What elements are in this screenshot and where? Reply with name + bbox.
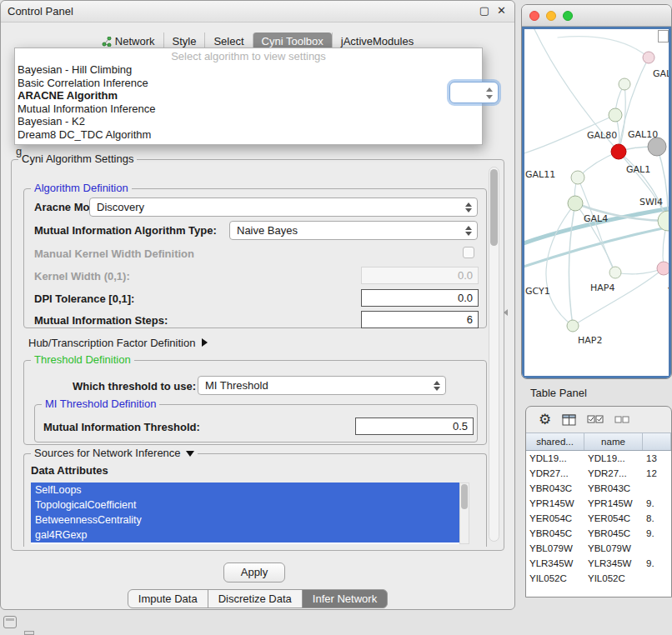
mi-algorithm-type-select[interactable]: Naive Bayes <box>229 221 478 240</box>
algorithm-option-aracne-algorithm[interactable]: ARACNE Algorithm <box>15 89 482 102</box>
table-panel-title: Table Panel <box>530 387 587 399</box>
collapse-down-arrow-icon[interactable] <box>186 451 194 457</box>
table-cell <box>643 541 671 556</box>
table-row[interactable]: YLR345WYLR345W9. <box>526 556 671 571</box>
algorithm-definition-title: Algorithm Definition <box>34 182 128 194</box>
table-cell <box>643 481 671 496</box>
desktop: Control Panel ▢ ✕ NetworkStyleSelectCyni… <box>0 0 672 635</box>
algorithm-option-basic-correlation-inference[interactable]: Basic Correlation Inference <box>15 77 482 90</box>
table-row[interactable]: YBL079WYBL079W <box>526 541 671 556</box>
network-node-pale-left[interactable] <box>571 171 584 184</box>
table-row[interactable]: YDR27...YDR27...12 <box>526 466 671 481</box>
close-traffic-light-icon[interactable] <box>529 11 539 21</box>
node-label-gal80: GAL80 <box>587 130 617 141</box>
control-panel-titlebar[interactable]: Control Panel ▢ ✕ <box>1 1 514 22</box>
close-window-icon[interactable]: ✕ <box>497 4 506 17</box>
columns-icon[interactable] <box>562 414 576 426</box>
node-label-swi4: SWI4 <box>639 197 663 208</box>
dpi-tolerance-field[interactable]: 0.0 <box>361 289 479 307</box>
table-row[interactable]: YPR145WYPR145W9. <box>526 496 671 511</box>
table-row[interactable]: YBR043CYBR043C <box>526 481 671 496</box>
table-cell: YDL19... <box>584 451 643 466</box>
network-tab-icon <box>102 37 112 47</box>
algorithm-option-bayesian-k2[interactable]: Bayesian - K2 <box>15 115 482 128</box>
zoom-traffic-light-icon[interactable] <box>563 11 573 21</box>
table-cell <box>643 571 671 586</box>
column-header-col2[interactable] <box>643 433 671 450</box>
bottom-tab-impute-data[interactable]: Impute Data <box>128 589 208 608</box>
column-header-name[interactable]: name <box>584 433 643 450</box>
network-view-frame: GALGAL80GAL10GAL11GAL1SWI4GAL4GCY1HAP4YH… <box>522 27 671 378</box>
table-row[interactable]: YIL052CYIL052C <box>526 571 671 586</box>
table-body[interactable]: YDL19...YDL19...13YDR27...YDR27...12YBR0… <box>526 451 671 597</box>
network-scrollbar-corner[interactable] <box>658 30 669 42</box>
network-node-pale-top[interactable] <box>619 78 630 90</box>
network-node-red[interactable] <box>611 144 626 159</box>
table-cell: YBL079W <box>526 541 584 556</box>
network-node-gal4[interactable] <box>568 196 583 211</box>
network-node-pink-right[interactable] <box>657 262 669 275</box>
table-header-row: shared...name <box>526 432 671 451</box>
mi-threshold-field[interactable]: 0.5 <box>355 418 474 435</box>
settings-scrollbar[interactable] <box>489 167 499 542</box>
aracne-mode-select[interactable]: Discovery <box>89 198 478 217</box>
attribute-gal4rgexp[interactable]: gal4RGexp <box>31 528 459 542</box>
bottom-tab-discretize-data[interactable]: Discretize Data <box>208 589 303 608</box>
select-all-checkboxes-icon[interactable] <box>587 415 604 424</box>
network-node-pale-bottom[interactable] <box>567 320 579 332</box>
column-header-shared[interactable]: shared... <box>526 433 584 450</box>
table-cell: YIL052C <box>526 571 584 586</box>
splitter-collapse-icon[interactable] <box>504 309 508 316</box>
spinner-arrows-icon[interactable] <box>486 87 493 100</box>
focused-spinner-field[interactable] <box>449 82 499 103</box>
control-panel-title: Control Panel <box>8 5 73 18</box>
table-row[interactable]: YDL19...YDL19...13 <box>526 451 671 466</box>
network-node-gray-big[interactable] <box>648 138 666 156</box>
network-svg[interactable]: GALGAL80GAL10GAL11GAL1SWI4GAL4GCY1HAP4YH… <box>524 29 669 376</box>
gear-icon[interactable]: ⚙ <box>539 412 551 427</box>
attributes-scrollbar-thumb[interactable] <box>461 484 468 509</box>
node-label-hap4: HAP4 <box>590 282 614 293</box>
mi-threshold-definition-group: MI Threshold Definition Mutual Informati… <box>34 404 478 442</box>
mi-steps-field[interactable]: 6 <box>361 311 479 328</box>
apply-button[interactable]: Apply <box>223 562 285 582</box>
table-row[interactable]: YER054CYER054C8. <box>526 511 671 526</box>
settings-scrollbar-thumb[interactable] <box>490 169 498 246</box>
expand-right-arrow-icon[interactable] <box>202 338 208 347</box>
tab-label: Network <box>115 35 155 48</box>
float-window-icon[interactable]: ▢ <box>479 4 489 17</box>
table-row[interactable]: YBR045CYBR045C9. <box>526 526 671 541</box>
network-node-pale-mid[interactable] <box>609 108 622 122</box>
node-label-gal1: GAL1 <box>626 164 650 175</box>
attribute-selfloops[interactable]: SelfLoops <box>31 482 459 498</box>
which-threshold-select[interactable]: MI Threshold <box>198 376 446 395</box>
network-node-pink-top[interactable] <box>643 52 654 63</box>
attribute-betweennesscentrality[interactable]: BetweennessCentrality <box>31 512 459 528</box>
minimize-traffic-light-icon[interactable] <box>546 11 556 21</box>
algorithm-option-bayesian-hill-climbing[interactable]: Bayesian - Hill Climbing <box>15 63 482 77</box>
mi-threshold-definition-title: MI Threshold Definition <box>45 398 156 410</box>
network-window-titlebar[interactable] <box>522 5 671 27</box>
kernel-width-field[interactable]: 0.0 <box>361 267 479 284</box>
network-canvas[interactable]: GALGAL80GAL10GAL11GAL1SWI4GAL4GCY1HAP4YH… <box>524 29 669 376</box>
network-node-pale-center[interactable] <box>609 267 621 278</box>
hub-tf-definition-row[interactable]: Hub/Transcription Factor Definition <box>28 337 208 349</box>
minimized-panel-icon-partial[interactable] <box>24 631 34 635</box>
attribute-topologicalcoefficient[interactable]: TopologicalCoefficient <box>31 498 459 512</box>
control-panel-window: Control Panel ▢ ✕ NetworkStyleSelectCyni… <box>0 0 515 610</box>
cyni-algorithm-settings-group: Cyni Algorithm Settings Algorithm Defini… <box>11 159 504 551</box>
table-cell: YBR043C <box>584 481 643 496</box>
algorithm-popup-list: Bayesian - Hill ClimbingBasic Correlatio… <box>15 63 482 141</box>
table-cell: YER054C <box>584 511 643 526</box>
network-edge[interactable] <box>569 203 575 326</box>
algorithm-option-dream8-dc-tdc-algorithm[interactable]: Dream8 DC_TDC Algorithm <box>15 128 482 142</box>
deselect-all-checkboxes-icon[interactable] <box>614 416 629 424</box>
bottom-tab-infer-network[interactable]: Infer Network <box>302 589 388 608</box>
combo-arrows-icon <box>465 202 472 213</box>
algorithm-option-mutual-information-inference[interactable]: Mutual Information Inference <box>15 102 482 116</box>
data-attributes-list[interactable]: SelfLoopsTopologicalCoefficientBetweenne… <box>31 482 459 544</box>
minimized-panel-icon[interactable] <box>3 616 17 628</box>
attributes-scrollbar[interactable] <box>459 482 469 544</box>
manual-kernel-width-checkbox[interactable] <box>463 247 474 258</box>
network-edge[interactable] <box>615 268 664 274</box>
